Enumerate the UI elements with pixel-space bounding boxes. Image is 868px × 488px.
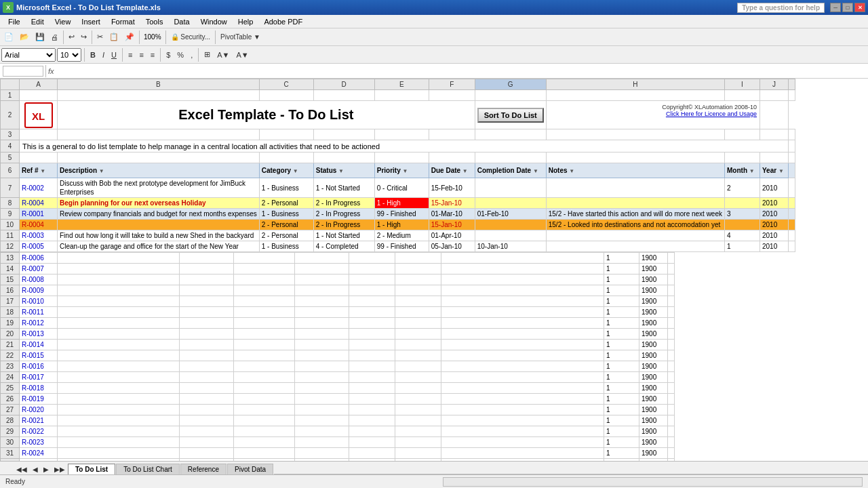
cell-ref-15[interactable]: R-0008 xyxy=(20,274,58,285)
cell-status-26[interactable] xyxy=(234,394,295,405)
cell-due-30[interactable] xyxy=(349,437,395,448)
cell-comp-8[interactable] xyxy=(475,198,546,209)
cell-status-28[interactable] xyxy=(234,415,295,426)
cell-B1[interactable] xyxy=(58,90,260,101)
undo-button[interactable]: ↩ xyxy=(66,31,77,43)
cell-due-13[interactable] xyxy=(349,253,395,264)
cell-desc-8[interactable]: Begin planning for our next overseas Hol… xyxy=(58,198,260,209)
cell-cat-24[interactable] xyxy=(180,372,234,383)
cell-desc-12[interactable]: Clean-up the garage and office for the s… xyxy=(58,241,260,252)
cell-month-23[interactable]: 1 xyxy=(604,361,639,372)
cell-month-25[interactable]: 1 xyxy=(604,383,639,394)
cell-ref-23[interactable]: R-0016 xyxy=(20,361,58,372)
cell-ref-20[interactable]: R-0013 xyxy=(20,329,58,340)
cell-year-9[interactable]: 2010 xyxy=(760,209,789,220)
cell-ref-24[interactable]: R-0017 xyxy=(20,372,58,383)
cell-ref-19[interactable]: R-0012 xyxy=(20,318,58,329)
cell-desc-27[interactable] xyxy=(58,405,180,415)
cell-priority-17[interactable] xyxy=(295,296,349,307)
currency-button[interactable]: $ xyxy=(163,49,173,60)
cell-reference-box[interactable]: G10 xyxy=(3,66,43,77)
cell-month-28[interactable]: 1 xyxy=(604,415,639,426)
cell-due-16[interactable] xyxy=(349,285,395,296)
cell-comp-15[interactable] xyxy=(395,274,441,285)
cell-due-29[interactable] xyxy=(349,426,395,437)
cell-H5[interactable] xyxy=(546,152,724,163)
cell-status-27[interactable] xyxy=(234,405,295,415)
cell-notes-31[interactable] xyxy=(441,448,604,459)
cell-C3[interactable] xyxy=(259,129,313,140)
cell-notes-12[interactable] xyxy=(546,241,724,252)
header-month[interactable]: Month ▼ xyxy=(725,163,760,178)
cell-due-10[interactable]: 15-Jan-10 xyxy=(429,220,475,230)
cell-comp-13[interactable] xyxy=(395,253,441,264)
cell-ref-7[interactable]: R-0002 xyxy=(20,178,58,198)
cell-year-12[interactable]: 2010 xyxy=(760,241,789,252)
cell-comp-28[interactable] xyxy=(395,415,441,426)
cell-ref-30[interactable]: R-0023 xyxy=(20,437,58,448)
cell-priority-29[interactable] xyxy=(295,426,349,437)
cell-A3[interactable] xyxy=(20,129,58,140)
cell-year-8[interactable]: 2010 xyxy=(760,198,789,209)
cell-cat-17[interactable] xyxy=(180,296,234,307)
save-button[interactable]: 💾 xyxy=(33,31,47,43)
cell-cat-30[interactable] xyxy=(180,437,234,448)
header-priority[interactable]: Priority ▼ xyxy=(374,163,429,178)
filter-ref-icon[interactable]: ▼ xyxy=(40,168,45,174)
minimize-button[interactable]: ─ xyxy=(830,3,841,12)
cell-J5[interactable] xyxy=(760,152,789,163)
cell-notes-27[interactable] xyxy=(441,405,604,415)
cell-month-14[interactable]: 1 xyxy=(604,264,639,274)
tab-next2-button[interactable]: ▶▶ xyxy=(52,464,68,474)
print-button[interactable]: 🖨 xyxy=(48,32,61,43)
cell-ref-32[interactable]: R-0025 xyxy=(20,459,58,462)
cell-desc-11[interactable]: Find out how long it will take to build … xyxy=(58,230,260,241)
cell-priority-25[interactable] xyxy=(295,383,349,394)
cell-status-17[interactable] xyxy=(234,296,295,307)
cell-D5[interactable] xyxy=(313,152,374,163)
cell-due-9[interactable]: 01-Mar-10 xyxy=(429,209,475,220)
col-F[interactable]: F xyxy=(429,79,475,90)
cell-G2[interactable]: Sort To Do List xyxy=(475,101,546,129)
cell-desc-10[interactable] xyxy=(58,220,260,230)
cell-priority-31[interactable] xyxy=(295,448,349,459)
cell-priority-11[interactable]: 2 - Medium xyxy=(374,230,429,241)
close-button[interactable]: ✕ xyxy=(854,3,865,12)
cell-year-31[interactable]: 1900 xyxy=(639,448,668,459)
cell-due-20[interactable] xyxy=(349,329,395,340)
cell-status-31[interactable] xyxy=(234,448,295,459)
cell-cat-13[interactable] xyxy=(180,253,234,264)
cell-desc-21[interactable] xyxy=(58,340,180,350)
filter-duedate-icon[interactable]: ▼ xyxy=(462,168,468,174)
copy-button[interactable]: 📋 xyxy=(106,31,121,43)
cell-A1[interactable] xyxy=(20,90,58,101)
cell-year-25[interactable]: 1900 xyxy=(639,383,668,394)
cell-desc-25[interactable] xyxy=(58,383,180,394)
cell-status-16[interactable] xyxy=(234,285,295,296)
cell-month-16[interactable]: 1 xyxy=(604,285,639,296)
align-right-button[interactable]: ≡ xyxy=(148,49,157,60)
cell-cat-23[interactable] xyxy=(180,361,234,372)
cell-due-28[interactable] xyxy=(349,415,395,426)
cell-F1[interactable] xyxy=(429,90,475,101)
tab-prev-button[interactable]: ◀◀ xyxy=(14,464,30,474)
cell-month-8[interactable] xyxy=(725,198,760,209)
cell-F3[interactable] xyxy=(429,129,475,140)
cell-ref-29[interactable]: R-0022 xyxy=(20,426,58,437)
paste-button[interactable]: 📌 xyxy=(122,31,137,43)
cell-notes-18[interactable] xyxy=(441,307,604,318)
cell-comp-11[interactable] xyxy=(475,230,546,241)
menu-adobepdf[interactable]: Adobe PDF xyxy=(258,16,308,27)
cell-ref-13[interactable]: R-0006 xyxy=(20,253,58,264)
cell-comp-16[interactable] xyxy=(395,285,441,296)
cell-due-12[interactable]: 05-Jan-10 xyxy=(429,241,475,252)
cell-G3[interactable] xyxy=(475,129,546,140)
cell-comp-19[interactable] xyxy=(395,318,441,329)
cell-desc-17[interactable] xyxy=(58,296,180,307)
filter-compdate-icon[interactable]: ▼ xyxy=(533,168,538,174)
cell-comp-21[interactable] xyxy=(395,340,441,350)
cell-priority-24[interactable] xyxy=(295,372,349,383)
cell-ref-9[interactable]: R-0001 xyxy=(20,209,58,220)
cell-cat-15[interactable] xyxy=(180,274,234,285)
tab-todo-list[interactable]: To Do List xyxy=(68,464,115,474)
